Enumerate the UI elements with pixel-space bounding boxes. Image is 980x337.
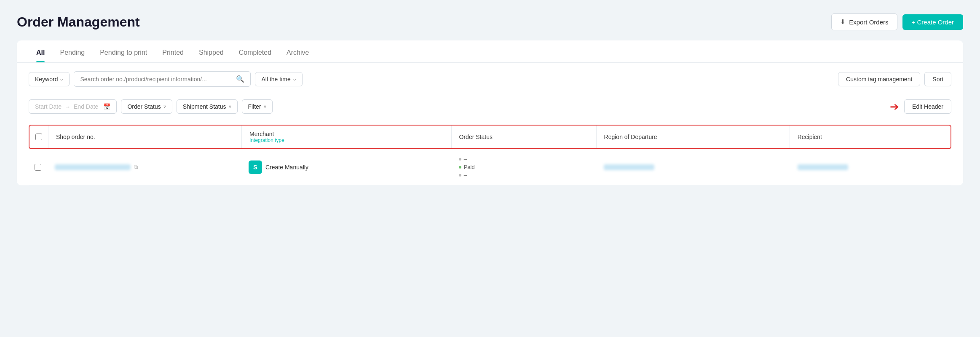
filter-row-1: Keyword ⌵ 🔍 All the time ⌵ Custom tag ma… xyxy=(17,63,963,91)
calendar-icon: 📅 xyxy=(103,103,110,110)
td-region xyxy=(596,164,790,170)
copy-icon[interactable]: ⧉ xyxy=(134,164,138,171)
status-dot-paid xyxy=(459,166,461,168)
chevron-down-icon: ⌵ xyxy=(293,76,296,82)
filter-icon: ▿ xyxy=(163,104,166,110)
td-recipient xyxy=(790,164,951,170)
th-recipient: Recipient xyxy=(790,126,951,148)
status-dot xyxy=(459,158,461,160)
page-title: Order Management xyxy=(17,14,140,30)
search-input[interactable] xyxy=(80,76,233,83)
header-checkbox-cell xyxy=(29,126,48,148)
status-line-paid: Paid xyxy=(459,164,475,170)
tab-shipped[interactable]: Shipped xyxy=(191,40,231,62)
tab-all[interactable]: All xyxy=(29,40,52,62)
shop-order-number xyxy=(55,164,131,170)
date-range-picker[interactable]: Start Date → End Date 📅 xyxy=(29,99,117,114)
sort-button[interactable]: Sort xyxy=(924,72,951,86)
page-header: Order Management ⬇ Export Orders + Creat… xyxy=(17,13,963,30)
status-line-top: – xyxy=(459,156,467,162)
filter-icon: ▿ xyxy=(264,104,266,110)
status-line-bottom: – xyxy=(459,172,467,178)
th-merchant: Merchant Integration type xyxy=(242,126,451,148)
th-region-of-departure: Region of Departure xyxy=(597,126,790,148)
search-icon: 🔍 xyxy=(236,75,244,83)
tab-pending[interactable]: Pending xyxy=(52,40,92,62)
tab-pending-to-print[interactable]: Pending to print xyxy=(92,40,155,62)
status-dot-bottom xyxy=(459,174,461,177)
main-card: All Pending Pending to print Printed Shi… xyxy=(17,40,963,185)
filter-button[interactable]: Filter ▿ xyxy=(242,99,273,114)
keyword-dropdown[interactable]: Keyword ⌵ xyxy=(29,72,70,86)
merchant-avatar: S xyxy=(249,160,262,174)
create-order-button[interactable]: + Create Order xyxy=(902,14,963,30)
arrow-right-icon: ➔ xyxy=(890,101,899,112)
region-value xyxy=(604,164,654,170)
tab-completed[interactable]: Completed xyxy=(231,40,279,62)
end-date-label: End Date xyxy=(74,103,98,110)
order-status-filter[interactable]: Order Status ▿ xyxy=(121,99,172,114)
tabs-bar: All Pending Pending to print Printed Shi… xyxy=(17,40,963,63)
row-select-checkbox[interactable] xyxy=(35,164,41,171)
tab-printed[interactable]: Printed xyxy=(155,40,191,62)
td-merchant: S Create Manually xyxy=(241,160,451,174)
edit-header-area: ➔ Edit Header xyxy=(890,95,951,118)
download-icon: ⬇ xyxy=(840,18,846,26)
header-actions: ⬇ Export Orders + Create Order xyxy=(831,13,963,30)
date-arrow-icon: → xyxy=(65,104,70,110)
start-date-label: Start Date xyxy=(35,103,62,110)
chevron-down-icon: ⌵ xyxy=(60,76,63,82)
edit-header-button[interactable]: Edit Header xyxy=(904,99,951,114)
search-box: 🔍 xyxy=(74,71,251,87)
export-orders-button[interactable]: ⬇ Export Orders xyxy=(831,13,897,30)
th-shop-order: Shop order no. xyxy=(48,126,242,148)
filter-row-2: Start Date → End Date 📅 Order Status ▿ S… xyxy=(17,91,963,125)
time-filter-dropdown[interactable]: All the time ⌵ xyxy=(255,72,302,86)
row-checkbox-cell xyxy=(29,164,47,171)
shipment-status-filter[interactable]: Shipment Status ▿ xyxy=(177,99,238,114)
select-all-checkbox[interactable] xyxy=(35,134,42,140)
td-order-status: – Paid – xyxy=(451,156,596,178)
table-area: Shop order no. Merchant Integration type… xyxy=(17,125,963,185)
tab-archive[interactable]: Archive xyxy=(279,40,316,62)
table-row: ⧉ S Create Manually – Paid – xyxy=(29,149,951,185)
th-order-status: Order Status xyxy=(452,126,597,148)
filter-icon: ▿ xyxy=(229,104,231,110)
td-shop-order: ⧉ xyxy=(47,164,241,171)
recipient-value xyxy=(798,164,848,170)
table-header-row: Shop order no. Merchant Integration type… xyxy=(29,125,951,149)
custom-tag-management-button[interactable]: Custom tag management xyxy=(838,72,920,86)
